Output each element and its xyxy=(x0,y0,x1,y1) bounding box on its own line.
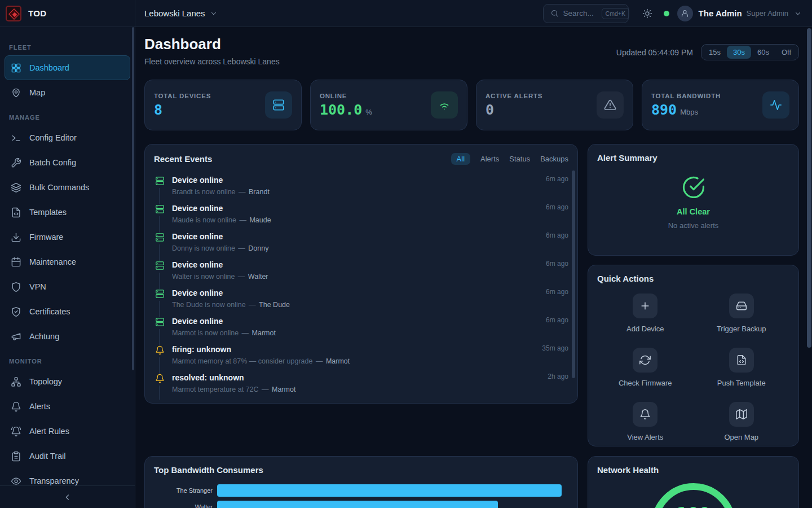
org-switcher[interactable]: Lebowski Lanes xyxy=(144,8,218,18)
events-scrollbar-thumb[interactable] xyxy=(572,170,575,378)
event-title: resolved: unknown xyxy=(172,373,541,383)
alert-triangle-icon xyxy=(604,99,616,111)
sidebar-item-label: Certificates xyxy=(29,307,70,316)
event-time: 6m ago xyxy=(546,260,568,288)
event-time: 6m ago xyxy=(546,288,568,316)
user-name: The Admin xyxy=(699,8,742,18)
stats-row: TOTAL DEVICES8ONLINE100.0%ACTIVE ALERTS0… xyxy=(144,80,799,130)
sidebar-item-achtung[interactable]: Achtung xyxy=(5,324,130,349)
sidebar-item-audit-trail[interactable]: Audit Trail xyxy=(5,444,130,468)
sidebar-item-label: VPN xyxy=(29,282,46,291)
sidebar-item-vpn[interactable]: VPN xyxy=(5,274,130,299)
user-menu-chevron-icon[interactable] xyxy=(794,10,802,17)
search-input[interactable] xyxy=(563,9,597,17)
sidebar-item-topology[interactable]: Topology xyxy=(5,369,130,394)
event-time: 6m ago xyxy=(546,231,568,260)
quick-actions-card: Quick Actions Add DeviceTrigger BackupCh… xyxy=(588,265,799,446)
refresh-option-off[interactable]: Off xyxy=(775,46,797,59)
event-row-device-online[interactable]: Device onlineThe Dude is now online — Th… xyxy=(154,288,568,316)
stat-unit: % xyxy=(365,108,372,116)
topbar: TOD Lebowski Lanes Cmd+K The Admin Super… xyxy=(0,0,812,27)
event-row-device-online[interactable]: Device onlineDonny is now online — Donny… xyxy=(154,231,568,260)
bell-ring-icon xyxy=(11,426,21,437)
search-shortcut-badge: Cmd+K xyxy=(602,8,629,19)
sidebar: FLEETDashboardMapMANAGEConfig EditorBatc… xyxy=(0,27,135,508)
wifi-icon xyxy=(438,99,451,111)
server-icon xyxy=(155,261,165,270)
event-row-device-online[interactable]: Device onlineMarmot is now online — Marm… xyxy=(154,316,568,344)
sidebar-item-bulk-commands[interactable]: Bulk Commands xyxy=(5,175,130,200)
bell-icon xyxy=(155,345,165,355)
stat-label: TOTAL DEVICES xyxy=(154,93,265,99)
page-header: Dashboard Fleet overview across Lebowski… xyxy=(144,35,799,66)
layers-icon xyxy=(11,182,21,193)
server-icon xyxy=(155,289,165,299)
alert-status-text: All Clear xyxy=(677,207,710,216)
avatar[interactable] xyxy=(677,6,693,21)
quick-actions-title: Quick Actions xyxy=(597,274,654,283)
sidebar-item-label: Maintenance xyxy=(29,257,76,266)
server-icon xyxy=(155,317,165,327)
grid-icon xyxy=(11,63,21,73)
refresh-option-60s[interactable]: 60s xyxy=(751,46,775,59)
event-title: Device online xyxy=(172,260,539,270)
sidebar-item-label: Alerts xyxy=(29,402,50,411)
quick-action-open-map[interactable]: Open Map xyxy=(694,402,790,441)
sidebar-item-templates[interactable]: Templates xyxy=(5,200,130,225)
events-filter-status[interactable]: Status xyxy=(509,155,530,163)
quick-action-label: Trigger Backup xyxy=(717,325,766,333)
page-scrollbar-thumb[interactable] xyxy=(807,28,811,348)
server-icon xyxy=(155,176,165,186)
event-row-device-online[interactable]: Device onlineMaude is now online — Maude… xyxy=(154,203,568,231)
event-row-firing-unknown[interactable]: firing: unknownMarmot memory at 87% — co… xyxy=(154,344,568,373)
events-filter-all[interactable]: All xyxy=(451,153,470,165)
search-icon xyxy=(550,9,559,17)
quick-action-view-alerts[interactable]: View Alerts xyxy=(597,402,694,441)
event-row-device-online[interactable]: Device onlineBrandt is now online — Bran… xyxy=(154,175,568,203)
refresh-option-30s[interactable]: 30s xyxy=(727,46,751,59)
sidebar-item-dashboard[interactable]: Dashboard xyxy=(5,55,130,80)
sidebar-item-certificates[interactable]: Certificates xyxy=(5,299,130,324)
sidebar-item-label: Templates xyxy=(29,208,67,217)
sidebar-item-map[interactable]: Map xyxy=(5,80,130,105)
event-row-resolved-unknown[interactable]: resolved: unknownMarmot temperature at 7… xyxy=(154,373,568,400)
event-detail: Donny is now online — Donny xyxy=(172,244,539,253)
eye-icon xyxy=(11,476,21,486)
sidebar-item-maintenance[interactable]: Maintenance xyxy=(5,249,130,274)
event-row-device-online[interactable]: Device onlineWalter is now online — Walt… xyxy=(154,260,568,288)
sidebar-item-transparency[interactable]: Transparency xyxy=(5,468,130,485)
bandwidth-bar-row-the-stranger: The Stranger xyxy=(154,484,568,497)
event-time: 2h ago xyxy=(548,373,568,400)
sidebar-item-config-editor[interactable]: Config Editor xyxy=(5,125,130,150)
sidebar-item-batch-config[interactable]: Batch Config xyxy=(5,150,130,175)
refresh-icon xyxy=(639,354,651,366)
events-filter-backups[interactable]: Backups xyxy=(540,155,568,163)
stat-label: ACTIVE ALERTS xyxy=(486,93,597,99)
stat-label: ONLINE xyxy=(320,93,431,99)
sidebar-collapse-button[interactable] xyxy=(0,485,135,508)
search-box[interactable]: Cmd+K xyxy=(543,4,629,23)
megaphone-icon xyxy=(11,331,21,342)
hard-drive-icon xyxy=(736,300,747,312)
server-icon xyxy=(272,99,285,111)
brand: TOD xyxy=(0,0,135,27)
quick-action-trigger-backup[interactable]: Trigger Backup xyxy=(694,294,790,333)
sidebar-item-label: Audit Trail xyxy=(29,452,65,461)
sun-icon[interactable] xyxy=(642,8,652,19)
refresh-option-15s[interactable]: 15s xyxy=(703,46,727,59)
quick-action-add-device[interactable]: Add Device xyxy=(597,294,694,333)
sidebar-item-alert-rules[interactable]: Alert Rules xyxy=(5,419,130,444)
events-filter-alerts[interactable]: Alerts xyxy=(480,155,499,163)
sidebar-item-alerts[interactable]: Alerts xyxy=(5,394,130,419)
timeline-connector xyxy=(159,188,160,204)
app-logo-text: TOD xyxy=(28,8,46,18)
quick-action-push-template[interactable]: Push Template xyxy=(694,348,790,387)
sidebar-item-firmware[interactable]: Firmware xyxy=(5,225,130,249)
sidebar-scrollbar-thumb[interactable] xyxy=(132,27,134,370)
quick-action-check-firmware[interactable]: Check Firmware xyxy=(597,348,694,387)
file-code-icon xyxy=(736,354,747,366)
org-name: Lebowski Lanes xyxy=(144,8,205,18)
terminal-icon xyxy=(11,133,21,143)
sidebar-section-label-manage: MANAGE xyxy=(9,114,126,121)
timeline-connector xyxy=(159,216,160,233)
